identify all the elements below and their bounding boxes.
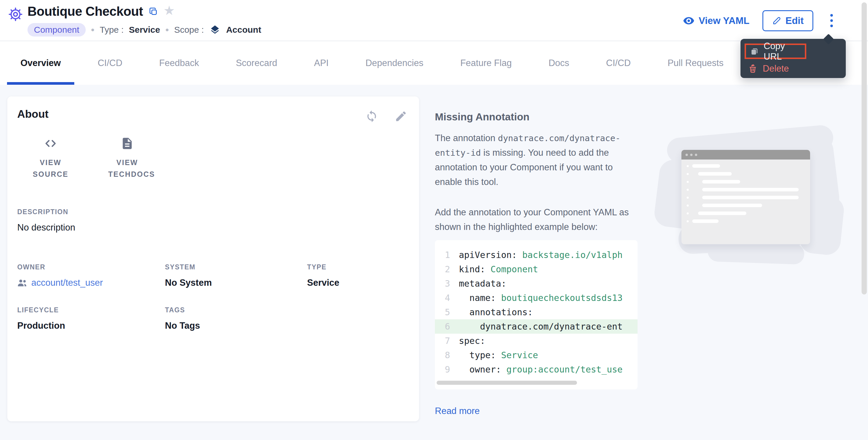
edit-about-pencil-icon[interactable]	[395, 110, 407, 123]
title-block: Boutique Checkout ★ Component • Type : S…	[28, 4, 261, 37]
edit-pencil-icon	[772, 16, 781, 26]
yaml-code-block: 1apiVersion: backstage.io/v1alph 2kind: …	[435, 240, 638, 390]
edit-button-label: Edit	[785, 15, 804, 26]
tab-dependencies[interactable]: Dependencies	[352, 41, 437, 85]
code-window-illustration	[655, 126, 848, 266]
delete-menu-item[interactable]: Delete	[748, 63, 789, 74]
page-header: Boutique Checkout ★ Component • Type : S…	[0, 0, 868, 41]
tab-feedback[interactable]: Feedback	[146, 41, 212, 85]
type-field: TYPE Service	[307, 263, 407, 288]
system-label: SYSTEM	[165, 263, 307, 271]
context-menu: Copy URL Delete	[741, 39, 846, 78]
owner-link[interactable]: account/test_user	[17, 277, 165, 288]
copy-url-menu-item[interactable]: Copy URL	[745, 43, 806, 59]
header-left: Boutique Checkout ★ Component • Type : S…	[8, 4, 261, 37]
lifecycle-field: LIFECYCLE Production	[17, 306, 165, 331]
owner-label: OWNER	[17, 263, 165, 271]
code-line-5: 5 annotations:	[435, 305, 638, 319]
tab-docs[interactable]: Docs	[535, 41, 583, 85]
view-yaml-label: View YAML	[699, 15, 749, 26]
missing-annotation-title: Missing Annotation	[435, 111, 643, 123]
tab-cicd-2[interactable]: CI/CD	[592, 41, 644, 85]
missing-annotation-panel: Missing Annotation The annotation dynatr…	[435, 111, 643, 416]
copy-url-label: Copy URL	[764, 41, 801, 62]
component-gear-icon	[8, 7, 23, 22]
tab-api[interactable]: API	[301, 41, 342, 85]
about-card: About VIEW SOURCE	[7, 96, 419, 421]
copy-name-icon[interactable]	[148, 6, 158, 16]
tab-scorecard[interactable]: Scorecard	[222, 41, 290, 85]
group-icon	[17, 278, 28, 287]
code-brackets-icon	[44, 137, 57, 150]
separator-dot: •	[165, 24, 169, 36]
code-line-9: 9 owner: group:account/test_use	[435, 362, 638, 377]
tab-pull-requests[interactable]: Pull Requests	[654, 41, 737, 85]
code-line-2: 2kind: Component	[435, 262, 638, 276]
type-field-value: Service	[307, 277, 407, 288]
tab-bar: Overview CI/CD Feedback Scorecard API De…	[0, 41, 868, 85]
mini-editor-window	[681, 150, 810, 244]
lifecycle-label: LIFECYCLE	[17, 306, 165, 314]
missing-annotation-body2: Add the annotation to your Component YAM…	[435, 205, 641, 234]
view-source-link[interactable]: VIEW SOURCE	[24, 137, 77, 180]
code-horizontal-scrollbar[interactable]	[437, 381, 577, 385]
tab-cicd[interactable]: CI/CD	[84, 41, 136, 85]
tags-field: TAGS No Tags	[165, 306, 307, 331]
about-card-title: About	[17, 108, 49, 121]
kind-chip: Component	[28, 23, 86, 36]
system-value: No System	[165, 277, 307, 288]
edit-button[interactable]: Edit	[763, 10, 813, 31]
separator-dot: •	[91, 24, 94, 36]
page-vertical-scrollbar[interactable]	[862, 2, 867, 295]
type-field-label: TYPE	[307, 263, 407, 271]
scope-layers-icon	[210, 25, 220, 35]
read-more-link[interactable]: Read more	[435, 406, 479, 416]
system-field: SYSTEM No System	[165, 263, 307, 288]
type-label: Type :	[100, 25, 124, 35]
entity-page: Boutique Checkout ★ Component • Type : S…	[0, 0, 868, 440]
scope-label: Scope :	[174, 25, 204, 35]
trash-icon	[748, 64, 757, 74]
view-techdocs-link[interactable]: VIEW TECHDOCS	[101, 137, 154, 180]
delete-label: Delete	[763, 63, 789, 74]
lifecycle-value: Production	[17, 320, 165, 331]
tab-overview[interactable]: Overview	[7, 41, 74, 85]
code-line-4: 4 name: boutiquecheckoutsdsds13	[435, 291, 638, 305]
description-value: No description	[17, 222, 407, 233]
code-line-3: 3metadata:	[435, 276, 638, 291]
scope-value: Account	[226, 25, 261, 35]
owner-field: OWNER account/test_user	[17, 263, 165, 288]
page-title: Boutique Checkout	[28, 4, 143, 19]
tags-value: No Tags	[165, 320, 307, 331]
eye-icon	[683, 15, 694, 27]
copy-url-icon	[750, 47, 758, 56]
favorite-star-icon[interactable]: ★	[163, 4, 175, 17]
missing-annotation-body: The annotation dynatrace.com/dynatrace-e…	[435, 131, 641, 189]
mini-window-titlebar	[681, 150, 810, 160]
code-line-8: 8 type: Service	[435, 348, 638, 362]
entity-meta-row: Component • Type : Service • Scope : Acc…	[28, 23, 261, 37]
header-actions: View YAML Edit	[683, 0, 837, 41]
document-icon	[121, 137, 134, 150]
type-value: Service	[129, 25, 160, 35]
kebab-menu-icon[interactable]	[826, 11, 837, 30]
view-source-label: VIEW SOURCE	[32, 157, 70, 180]
owner-value: account/test_user	[31, 277, 103, 288]
code-line-6-highlighted: 6 dynatrace.com/dynatrace-ent	[435, 319, 638, 334]
view-yaml-button[interactable]: View YAML	[683, 15, 749, 27]
refresh-icon[interactable]	[365, 110, 378, 123]
code-line-1: 1apiVersion: backstage.io/v1alph	[435, 248, 638, 262]
tab-feature-flag[interactable]: Feature Flag	[447, 41, 525, 85]
description-label: DESCRIPTION	[17, 208, 407, 216]
tags-label: TAGS	[165, 306, 307, 314]
view-techdocs-label: VIEW TECHDOCS	[108, 157, 146, 180]
code-line-7: 7spec:	[435, 334, 638, 348]
content-area: About VIEW SOURCE	[0, 85, 868, 440]
